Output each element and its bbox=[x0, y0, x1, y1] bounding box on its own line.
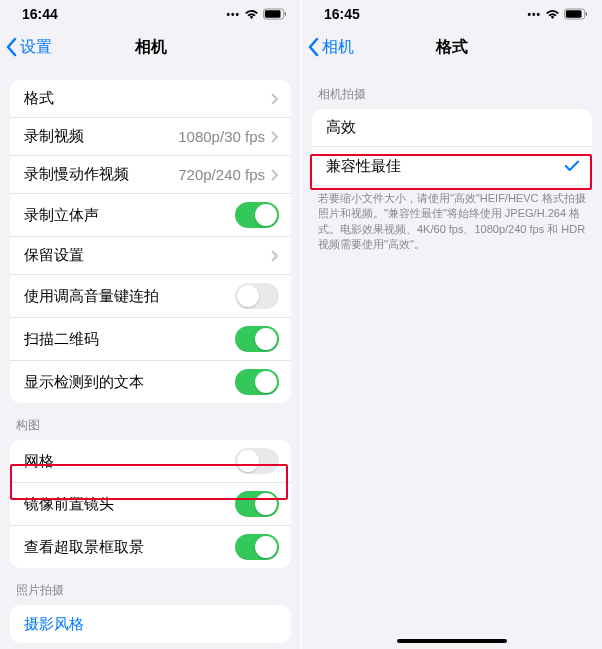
formats-screen: 16:45 ••• 相机 格式 相机拍摄 高效 兼容性最佳 若要缩小文件大小，请… bbox=[301, 0, 602, 649]
chevron-right-icon bbox=[271, 169, 279, 181]
row-label: 显示检测到的文本 bbox=[24, 373, 235, 392]
row-photographic-styles[interactable]: 摄影风格 bbox=[10, 605, 291, 643]
battery-icon bbox=[564, 8, 588, 20]
status-time: 16:44 bbox=[22, 6, 58, 22]
status-right: ••• bbox=[527, 8, 588, 20]
row-grid: 网格 bbox=[10, 440, 291, 483]
chevron-left-icon bbox=[308, 37, 320, 57]
chevron-left-icon bbox=[6, 37, 18, 57]
group-header-photo-capture: 照片拍摄 bbox=[0, 568, 301, 605]
row-most-compatible[interactable]: 兼容性最佳 bbox=[312, 147, 592, 185]
row-label: 网格 bbox=[24, 452, 235, 471]
chevron-right-icon bbox=[271, 250, 279, 262]
switch-scan-qr[interactable] bbox=[235, 326, 279, 352]
chevron-right-icon bbox=[271, 131, 279, 143]
settings-group-1: 格式 录制视频 1080p/30 fps 录制慢动作视频 720p/240 fp… bbox=[10, 80, 291, 403]
row-detail: 720p/240 fps bbox=[178, 166, 265, 183]
row-preserve-settings[interactable]: 保留设置 bbox=[10, 237, 291, 275]
row-label: 镜像前置镜头 bbox=[24, 495, 235, 514]
row-label: 查看超取景框取景 bbox=[24, 538, 235, 557]
row-label: 兼容性最佳 bbox=[326, 157, 564, 176]
row-record-slomo[interactable]: 录制慢动作视频 720p/240 fps bbox=[10, 156, 291, 194]
wifi-icon bbox=[244, 9, 259, 20]
chevron-right-icon bbox=[271, 93, 279, 105]
nav-bar: 相机 格式 bbox=[302, 28, 602, 66]
format-options-group: 高效 兼容性最佳 bbox=[312, 109, 592, 185]
row-volume-burst: 使用调高音量键连拍 bbox=[10, 275, 291, 318]
row-label: 摄影风格 bbox=[24, 615, 279, 634]
row-stereo-sound: 录制立体声 bbox=[10, 194, 291, 237]
switch-live-text[interactable] bbox=[235, 369, 279, 395]
content: 格式 录制视频 1080p/30 fps 录制慢动作视频 720p/240 fp… bbox=[0, 66, 301, 649]
footer-text: 若要缩小文件大小，请使用"高效"HEIF/HEVC 格式拍摄照片和视频。"兼容性… bbox=[302, 185, 602, 253]
footer-text: 将你的个人审美带进摄影作品，使照片更加个性化。"摄影风格"使用先进的场景理解技术… bbox=[0, 643, 301, 649]
row-scan-qr: 扫描二维码 bbox=[10, 318, 291, 361]
status-bar: 16:44 ••• bbox=[0, 0, 301, 28]
row-label: 保留设置 bbox=[24, 246, 271, 265]
row-live-text: 显示检测到的文本 bbox=[10, 361, 291, 403]
row-mirror-front: 镜像前置镜头 bbox=[10, 483, 291, 526]
group-header-camera-capture: 相机拍摄 bbox=[302, 80, 602, 109]
row-label: 录制视频 bbox=[24, 127, 178, 146]
row-high-efficiency[interactable]: 高效 bbox=[312, 109, 592, 147]
switch-view-outside-frame[interactable] bbox=[235, 534, 279, 560]
row-label: 使用调高音量键连拍 bbox=[24, 287, 235, 306]
row-record-video[interactable]: 录制视频 1080p/30 fps bbox=[10, 118, 291, 156]
row-label: 录制慢动作视频 bbox=[24, 165, 178, 184]
settings-group-composition: 网格 镜像前置镜头 查看超取景框取景 bbox=[10, 440, 291, 568]
group-header-composition: 构图 bbox=[0, 403, 301, 440]
back-button[interactable]: 设置 bbox=[0, 37, 52, 58]
home-indicator[interactable] bbox=[397, 639, 507, 643]
settings-group-photo-capture: 摄影风格 bbox=[10, 605, 291, 643]
switch-grid[interactable] bbox=[235, 448, 279, 474]
switch-volume-burst[interactable] bbox=[235, 283, 279, 309]
battery-icon bbox=[263, 8, 287, 20]
cellular-dots-icon: ••• bbox=[226, 9, 240, 20]
row-label: 高效 bbox=[326, 118, 580, 137]
row-view-outside-frame: 查看超取景框取景 bbox=[10, 526, 291, 568]
status-right: ••• bbox=[226, 8, 287, 20]
back-label: 设置 bbox=[20, 37, 52, 58]
cellular-dots-icon: ••• bbox=[527, 9, 541, 20]
svg-rect-1 bbox=[265, 10, 281, 17]
status-bar: 16:45 ••• bbox=[302, 0, 602, 28]
camera-settings-screen: 16:44 ••• 设置 相机 格式 录制视频 1080p/30 fps 录 bbox=[0, 0, 301, 649]
content: 相机拍摄 高效 兼容性最佳 若要缩小文件大小，请使用"高效"HEIF/HEVC … bbox=[302, 66, 602, 253]
row-formats[interactable]: 格式 bbox=[10, 80, 291, 118]
status-time: 16:45 bbox=[324, 6, 360, 22]
row-label: 录制立体声 bbox=[24, 206, 235, 225]
row-label: 扫描二维码 bbox=[24, 330, 235, 349]
nav-bar: 设置 相机 bbox=[0, 28, 301, 66]
switch-mirror-front[interactable] bbox=[235, 491, 279, 517]
switch-stereo-sound[interactable] bbox=[235, 202, 279, 228]
back-button[interactable]: 相机 bbox=[302, 37, 354, 58]
row-detail: 1080p/30 fps bbox=[178, 128, 265, 145]
svg-rect-2 bbox=[285, 12, 286, 16]
back-label: 相机 bbox=[322, 37, 354, 58]
svg-rect-4 bbox=[566, 10, 582, 17]
wifi-icon bbox=[545, 9, 560, 20]
svg-rect-5 bbox=[586, 12, 587, 16]
row-label: 格式 bbox=[24, 89, 271, 108]
checkmark-icon bbox=[564, 159, 580, 173]
